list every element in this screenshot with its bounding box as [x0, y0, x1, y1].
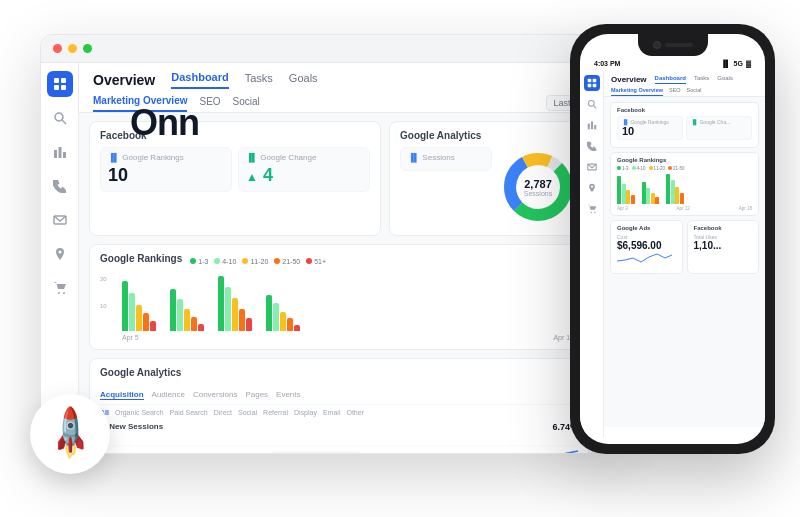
google-change-label: ▐▌ Google Change — [246, 153, 362, 162]
phone-metrics-row: ▐▌ Google Rankings 10 ▐▌ Google Cha... — [617, 116, 752, 140]
legend-dot-1-3 — [190, 258, 196, 264]
app-layout: Overview Dashboard Tasks Goals Marketing… — [41, 63, 599, 453]
phone-tab-tasks[interactable]: Tasks — [694, 75, 709, 83]
phone-page-title: Overview — [611, 75, 647, 84]
stab-email[interactable]: Email — [323, 409, 341, 416]
bar — [218, 276, 224, 331]
phone-sub-seo[interactable]: SEO — [669, 87, 681, 96]
sidebar-icon-search[interactable] — [47, 105, 73, 131]
phone-sidebar-mail[interactable] — [584, 159, 600, 175]
legend-dot-11-20 — [242, 258, 248, 264]
bar — [143, 313, 149, 331]
sub-tab-social[interactable]: Social — [233, 96, 260, 111]
sidebar-icon-chart[interactable] — [47, 139, 73, 165]
analytics-ads-row: Google Analytics Acquisition Audience Co… — [89, 358, 589, 453]
phone-sidebar-search[interactable] — [584, 96, 600, 112]
phone-dashboard: Facebook ▐▌ Google Rankings 10 — [604, 97, 765, 427]
sessions-icon: ▐▌ — [408, 153, 419, 162]
rocket-container: 🚀 — [30, 394, 110, 474]
stab-display[interactable]: Display — [294, 409, 317, 416]
svg-rect-6 — [54, 150, 57, 158]
analytics-detail-section: Google Analytics Acquisition Audience Co… — [89, 358, 589, 453]
svg-rect-26 — [587, 83, 591, 87]
phone-sidebar-cart[interactable] — [584, 201, 600, 217]
svg-rect-32 — [594, 125, 596, 129]
phone-facebook-title: Facebook — [617, 107, 752, 113]
analytics-detail-title: Google Analytics — [100, 367, 181, 378]
sub-tab-seo[interactable]: SEO — [199, 96, 220, 111]
phone-sidebar-chart[interactable] — [584, 117, 600, 133]
sidebar-icon-mail[interactable] — [47, 207, 73, 233]
svg-point-11 — [63, 292, 65, 294]
bar — [177, 299, 183, 331]
phone-sidebar — [580, 71, 604, 437]
svg-point-28 — [588, 100, 594, 106]
phone-chart-labels: Apr 3 Apr 12 Apr 18 — [617, 206, 752, 211]
svg-rect-1 — [61, 78, 66, 83]
atab-conversions[interactable]: Conversions — [193, 390, 237, 400]
legend-dot-4-10 — [214, 258, 220, 264]
google-rankings-label: ▐▌ Google Rankings — [108, 153, 224, 162]
tab-tasks[interactable]: Tasks — [245, 72, 273, 88]
google-rankings-card: ▐▌ Google Rankings 10 — [100, 147, 232, 192]
dashboard-content: Facebook ▐▌ Google Rankings 10 — [79, 113, 599, 453]
google-analytics-section: Google Analytics ▐▌ Sessions — [389, 121, 589, 236]
y-axis-labels: 20 10 — [100, 276, 107, 331]
tab-goals[interactable]: Goals — [289, 72, 318, 88]
phone-sidebar-grid[interactable] — [584, 75, 600, 91]
bar-group-1 — [122, 281, 156, 331]
phone-sub-social[interactable]: Social — [687, 87, 702, 96]
browser-mockup: Overview Dashboard Tasks Goals Marketing… — [40, 34, 600, 454]
bar — [280, 312, 286, 331]
bar — [170, 289, 176, 331]
phone-tab-dashboard[interactable]: Dashboard — [655, 75, 686, 84]
sessions-value: 2,787 — [524, 177, 552, 189]
bar — [191, 317, 197, 331]
analytics-main-tabs: Acquisition Audience Conversions Pages E… — [100, 390, 578, 405]
change-icon: ▐▌ — [246, 153, 257, 162]
sidebar-icon-cart[interactable] — [47, 275, 73, 301]
svg-rect-24 — [587, 78, 591, 82]
phone-camera — [653, 41, 661, 49]
sidebar-icon-location[interactable] — [47, 241, 73, 267]
donut-center: 2,787 Sessions — [524, 177, 552, 196]
stab-referral[interactable]: Referral — [263, 409, 288, 416]
stab-direct[interactable]: Direct — [214, 409, 232, 416]
stab-other[interactable]: Other — [346, 409, 364, 416]
bar-group-3 — [218, 276, 252, 331]
phone-bar-group-2 — [642, 182, 660, 204]
atab-pages[interactable]: Pages — [245, 390, 268, 400]
sidebar-icon-phone[interactable] — [47, 173, 73, 199]
tab-dashboard[interactable]: Dashboard — [171, 71, 228, 89]
bar-chart-section: Google Rankings 1-3 4-10 — [89, 244, 589, 350]
browser-minimize-dot — [68, 44, 77, 53]
phone-facebook-ads-card: Facebook Total Likes 1,10... — [687, 220, 760, 274]
phone-sub-marketing[interactable]: Marketing Overview — [611, 87, 663, 96]
svg-point-4 — [55, 113, 63, 121]
phone-cost-value: $6,596.00 — [617, 240, 676, 251]
phone-bottom-row: Google Ads Cost $6,596.00 Facebook Total… — [610, 220, 759, 274]
phone-sidebar-phone[interactable] — [584, 138, 600, 154]
phone-bar-group-3 — [666, 174, 684, 204]
sessions-sublabel: Sessions — [524, 189, 552, 196]
stab-social[interactable]: Social — [238, 409, 257, 416]
atab-events[interactable]: Events — [276, 390, 300, 400]
phone-mockup: 4:03 PM ▐▌ 5G ▓ — [570, 24, 775, 454]
stab-organic[interactable]: Organic Search — [115, 409, 164, 416]
bar — [225, 287, 231, 331]
line-chart-container: Apr 2021 7.36% Jan 2020 May 2020 Sep 202… — [100, 436, 578, 453]
stab-paid[interactable]: Paid Search — [170, 409, 208, 416]
sidebar-icon-grid[interactable] — [47, 71, 73, 97]
phone-sidebar-location[interactable] — [584, 180, 600, 196]
svg-rect-25 — [592, 78, 596, 82]
bar-chart — [118, 276, 578, 331]
bar-chart-legend: 1-3 4-10 11-20 — [190, 258, 326, 265]
bar — [136, 305, 142, 331]
svg-rect-7 — [58, 147, 61, 158]
phone-bar-chart-title: Google Rankings — [617, 157, 752, 163]
phone-tab-goals[interactable]: Goals — [717, 75, 733, 83]
bar — [150, 321, 156, 331]
svg-rect-30 — [587, 123, 589, 129]
atab-audience[interactable]: Audience — [152, 390, 185, 400]
google-analytics-title: Google Analytics — [400, 130, 578, 141]
